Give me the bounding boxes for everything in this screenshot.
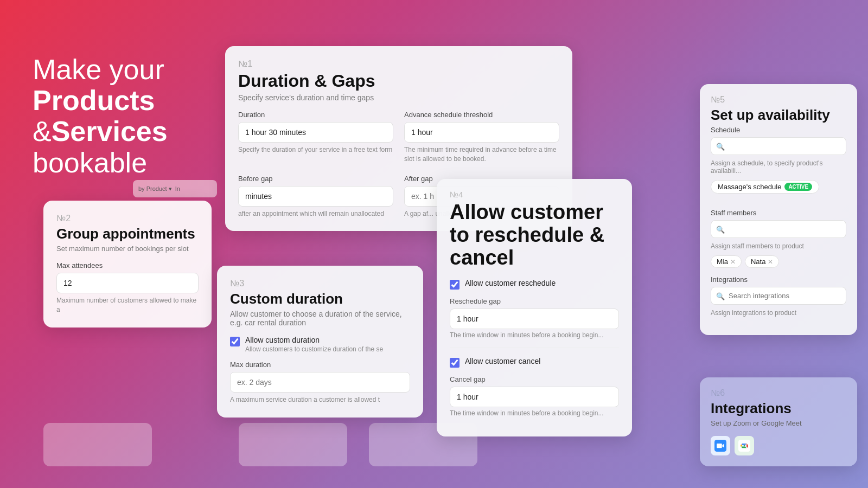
reschedule-gap-label: Reschedule gap	[450, 297, 619, 305]
staff-nata-name: Nata	[751, 258, 765, 266]
hero-section: Make your Products &Services bookable	[33, 54, 168, 178]
staff-tag-mia[interactable]: Mia ✕	[711, 255, 742, 268]
card-integrations: №6 Integrations Set up Zoom or Google Me…	[700, 377, 857, 466]
reschedule-checkbox[interactable]	[450, 280, 459, 290]
card4-header: №4 Allow customer to reschedule & cancel	[450, 190, 619, 269]
staff-search-input[interactable]	[711, 220, 846, 238]
staff-tag-nata[interactable]: Nata ✕	[745, 255, 779, 268]
card-reschedule-cancel: №4 Allow customer to reschedule & cancel…	[437, 179, 632, 436]
advance-field: Advance schedule threshold The minimum t…	[404, 111, 559, 164]
before-gap-label: Before gap	[238, 175, 393, 183]
topbar-text2: In	[175, 185, 180, 192]
card3-title: Custom duration	[230, 291, 410, 307]
card-group-appointments: №2 Group appointments Set maximum number…	[43, 201, 212, 328]
cancel-gap-input[interactable]	[450, 387, 619, 407]
before-gap-hint: after an appointment which will remain u…	[238, 209, 393, 219]
card3-subtitle: Allow customer to choose a duration of t…	[230, 310, 410, 327]
integrations-search-input[interactable]	[711, 287, 846, 305]
integrations-search-wrap: 🔍	[711, 287, 846, 305]
before-gap-field: Before gap after an appointment which wi…	[238, 175, 393, 219]
attendees-label: Max attendees	[56, 261, 199, 269]
card4-number: №4	[450, 190, 619, 199]
staff-mia-name: Mia	[717, 258, 728, 266]
schedule-search-icon: 🔍	[716, 142, 725, 150]
schedule-search-wrap: 🔍	[711, 137, 846, 155]
staff-tags: Mia ✕ Nata ✕	[711, 255, 846, 268]
card-custom-duration: №3 Custom duration Allow customer to cho…	[217, 266, 423, 418]
schedule-label: Schedule	[711, 126, 846, 134]
hero-line1: Make your	[33, 54, 168, 85]
staff-mia-remove[interactable]: ✕	[730, 258, 736, 266]
integration-icons	[711, 436, 846, 455]
schedule-tag[interactable]: Massage's schedule ACTIVE	[711, 180, 819, 194]
max-duration-hint: A maximum service duration a customer is…	[230, 395, 410, 404]
cancel-gap-hint: The time window in minutes before a book…	[450, 409, 619, 417]
hero-line3: &Services	[33, 116, 168, 147]
hero-line2: Products	[33, 85, 168, 116]
custom-duration-checkbox-row: Allow custom duration Allow customers to…	[230, 336, 410, 353]
card4-title: Allow customer to reschedule & cancel	[450, 201, 619, 269]
advance-input[interactable]	[404, 122, 559, 143]
attendees-hint: Maximum number of customers allowed to m…	[56, 296, 199, 314]
cancel-checkbox[interactable]	[450, 358, 459, 368]
card1-number: №1	[238, 59, 559, 69]
staff-search-icon: 🔍	[716, 225, 725, 233]
reschedule-gap-input[interactable]	[450, 309, 619, 329]
google-meet-icon[interactable]	[735, 436, 754, 455]
staff-hint: Assign staff members to product	[711, 242, 846, 250]
card-availability: №5 Set up availability Schedule 🔍 Assign…	[700, 84, 857, 335]
cancel-gap-label: Cancel gap	[450, 375, 619, 383]
integrations-search-icon: 🔍	[716, 292, 725, 300]
duration-hint: Specify the duration of your service in …	[238, 145, 393, 155]
staff-section: Staff members 🔍 Assign staff members to …	[711, 209, 846, 268]
card1-subtitle: Specify service's duration and time gaps	[238, 93, 559, 102]
custom-duration-label: Allow custom duration	[245, 336, 383, 344]
cancel-checkbox-row: Allow customer cancel	[450, 357, 619, 368]
card5-title: Set up availability	[711, 107, 846, 124]
integrations-hint: Assign integrations to product	[711, 309, 846, 317]
schedule-search-input[interactable]	[711, 137, 846, 155]
topbar-text: by Product ▾	[138, 185, 172, 192]
schedule-section: Schedule 🔍 Assign a schedule, to specify…	[711, 126, 846, 201]
reschedule-label: Allow customer reschedule	[465, 279, 556, 287]
active-badge: ACTIVE	[784, 183, 812, 191]
reschedule-checkbox-row: Allow customer reschedule	[450, 279, 619, 290]
card5-number: №5	[711, 95, 846, 105]
reschedule-gap-field: Reschedule gap The time window in minute…	[450, 297, 619, 339]
schedule-name: Massage's schedule	[718, 183, 781, 191]
before-gap-input[interactable]	[238, 186, 393, 207]
hero-line3-prefix: &	[33, 115, 52, 147]
max-duration-field: Max duration A maximum service duration …	[230, 361, 410, 404]
card6-number: №6	[711, 388, 846, 398]
bg-card-bottom-left	[43, 423, 152, 466]
bg-card-bottom-center	[239, 423, 347, 466]
integrations-section: Integrations 🔍 Assign integrations to pr…	[711, 275, 846, 317]
cancel-gap-field: Cancel gap The time window in minutes be…	[450, 375, 619, 417]
card2-title: Group appointments	[56, 226, 199, 242]
cancel-label: Allow customer cancel	[465, 357, 540, 365]
card2-number: №2	[56, 214, 199, 223]
attendees-input[interactable]	[56, 273, 199, 293]
max-duration-input[interactable]	[230, 372, 410, 393]
card2-subtitle: Set maximum number of bookings per slot	[56, 245, 199, 253]
divider	[450, 348, 619, 348]
custom-duration-checkbox[interactable]	[230, 337, 240, 346]
card6-subtitle: Set up Zoom or Google Meet	[711, 419, 846, 427]
duration-field: Duration Specify the duration of your se…	[238, 111, 393, 164]
reschedule-gap-hint: The time window in minutes before a book…	[450, 331, 619, 339]
staff-nata-remove[interactable]: ✕	[768, 258, 773, 266]
card1-title: Duration & Gaps	[238, 71, 559, 91]
custom-duration-sublabel: Allow customers to customize duration of…	[245, 345, 383, 353]
hero-line4: bookable	[33, 147, 168, 178]
duration-label: Duration	[238, 111, 393, 119]
card3-number: №3	[230, 279, 410, 288]
integrations-label: Integrations	[711, 275, 846, 284]
zoom-icon[interactable]	[711, 436, 730, 455]
max-duration-label: Max duration	[230, 361, 410, 369]
hero-line3-bold: Services	[52, 115, 168, 147]
duration-input[interactable]	[238, 122, 393, 143]
staff-label: Staff members	[711, 209, 846, 217]
card6-title: Integrations	[711, 400, 846, 417]
schedule-hint: Assign a schedule, to specify product's …	[711, 159, 846, 175]
advance-hint: The minimum time required in advance bef…	[404, 145, 559, 164]
